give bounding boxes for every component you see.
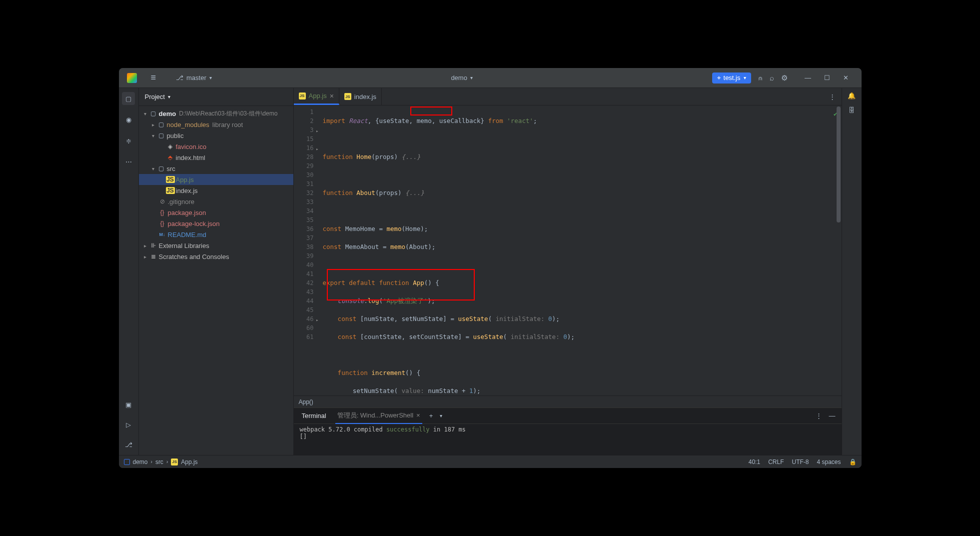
tab-indexjs[interactable]: JS index.js xyxy=(339,88,382,105)
highlight-box xyxy=(410,106,452,116)
structure-tool-icon[interactable]: ≑ xyxy=(122,134,135,147)
tree-label: favicon.ico xyxy=(176,143,206,150)
js-icon: JS xyxy=(166,176,175,183)
json-icon: {} xyxy=(158,220,167,227)
hamburger-icon[interactable]: ≡ xyxy=(151,72,156,83)
tree-node-src[interactable]: ▾ ▢ src xyxy=(139,163,293,174)
minimize-button[interactable]: — xyxy=(801,70,816,86)
tree-node-public[interactable]: ▾ ▢ public xyxy=(139,130,293,141)
indent[interactable]: 4 spaces xyxy=(817,458,841,466)
chevron-down-icon[interactable]: ▾ xyxy=(440,413,442,418)
app-logo-icon xyxy=(127,73,137,83)
tree-scratches[interactable]: ▸ ≣ Scratches and Consoles xyxy=(139,251,293,262)
editor[interactable]: 123▸1516▸2829303132333435363738394041424… xyxy=(294,106,842,396)
vcs-tool-icon[interactable]: ⎇ xyxy=(122,438,135,451)
tree-label: demo xyxy=(159,110,176,118)
tree-label: package-lock.json xyxy=(168,220,220,228)
project-name: demo xyxy=(451,74,467,82)
favicon-icon: ◈ xyxy=(166,143,175,150)
crumb: src xyxy=(155,458,163,466)
scratch-icon: ≣ xyxy=(149,253,158,260)
sidebar-title[interactable]: Project ▾ xyxy=(139,88,293,106)
html-icon: ⬘ xyxy=(166,154,175,161)
tree-label: README.md xyxy=(168,231,206,238)
tree-label: index.js xyxy=(176,187,198,194)
tab-appjs[interactable]: JS App.js × xyxy=(294,88,339,105)
js-icon: JS xyxy=(344,93,351,100)
editor-scrollbar[interactable] xyxy=(836,106,842,396)
breadcrumbs[interactable]: demo› src› JS App.js xyxy=(124,458,198,466)
terminal-tab-label: 管理员: Wind...PowerShell xyxy=(337,411,413,420)
project-tool-icon[interactable]: ▢ xyxy=(122,92,135,105)
breadcrumb-label: App() xyxy=(299,398,313,406)
project-tree: ▾ ▢ demo D:\Web\React\03-组件\03-组件\demo ▸… xyxy=(139,106,293,455)
tree-hint: library root xyxy=(212,121,243,128)
terminal-tool-icon[interactable]: ▣ xyxy=(122,398,135,411)
code-area[interactable]: import React, {useState, memo, useCallba… xyxy=(319,106,842,396)
tree-label: index.html xyxy=(176,154,205,162)
tree-label: node_modules xyxy=(167,121,209,128)
gear-icon[interactable]: ⚙ xyxy=(781,74,788,82)
tree-file-indexhtml[interactable]: ⬘ index.html xyxy=(139,152,293,163)
close-icon[interactable]: × xyxy=(416,412,420,419)
ide-window: ≡ ⎇ master ▾ demo ▾ ⌖ test.js ▾ ⍝ ⌕ ⚙ — … xyxy=(119,68,862,468)
search-icon[interactable]: ⌕ xyxy=(770,74,774,82)
terminal-text: webpack 5.72.0 compiled xyxy=(300,426,386,433)
json-icon: {} xyxy=(158,209,167,216)
lock-icon[interactable]: 🔒 xyxy=(849,458,857,466)
tree-file-gitignore[interactable]: ⊘ .gitignore xyxy=(139,196,293,207)
terminal-output[interactable]: webpack 5.72.0 compiled successfully in … xyxy=(294,424,842,455)
line-gutter: 123▸1516▸2829303132333435363738394041424… xyxy=(294,106,319,396)
tree-file-readme[interactable]: M↓ README.md xyxy=(139,229,293,240)
editor-tabs: JS App.js × JS index.js ⋮ xyxy=(294,88,842,106)
cursor-position[interactable]: 40:1 xyxy=(749,458,760,466)
library-icon: ⊪ xyxy=(149,242,158,249)
terminal-tab[interactable]: Terminal xyxy=(300,409,328,422)
folder-icon: ▢ xyxy=(149,110,158,117)
terminal-more-icon[interactable]: ⋮ xyxy=(816,412,822,420)
tabs-more-icon[interactable]: ⋮ xyxy=(823,88,842,105)
notifications-icon[interactable]: 🔔 xyxy=(848,92,856,100)
tree-label: Scratches and Consoles xyxy=(159,253,229,260)
tree-root[interactable]: ▾ ▢ demo D:\Web\React\03-组件\03-组件\demo xyxy=(139,108,293,119)
database-icon[interactable]: 🗄 xyxy=(849,106,855,114)
chevron-down-icon: ▾ xyxy=(168,94,170,100)
terminal-text: in 187 ms xyxy=(430,426,466,433)
close-button[interactable]: ✕ xyxy=(839,70,854,86)
vcs-branch[interactable]: ⎇ master ▾ xyxy=(176,74,212,82)
maximize-button[interactable]: ☐ xyxy=(820,70,835,86)
js-icon: JS xyxy=(171,458,178,466)
terminal-text: successfully xyxy=(386,426,430,433)
run-config-label: test.js xyxy=(724,74,741,82)
tree-file-indexjs[interactable]: JS index.js xyxy=(139,185,293,196)
tree-path: D:\Web\React\03-组件\03-组件\demo xyxy=(179,110,277,118)
project-selector[interactable]: demo ▾ xyxy=(212,74,712,82)
tree-file-favicon[interactable]: ◈ favicon.ico xyxy=(139,141,293,152)
editor-breadcrumb[interactable]: App() xyxy=(294,396,842,408)
encoding[interactable]: UTF-8 xyxy=(792,458,809,466)
more-tools-icon[interactable]: ⋯ xyxy=(122,155,135,168)
terminal-session-tab[interactable]: 管理员: Wind...PowerShell× xyxy=(335,408,422,424)
tree-file-appjs[interactable]: JS App.js xyxy=(139,174,293,185)
close-icon[interactable]: × xyxy=(330,92,334,100)
terminal-tab-label: Terminal xyxy=(302,412,326,420)
tree-external-libs[interactable]: ▸ ⊪ External Libraries xyxy=(139,240,293,251)
line-separator[interactable]: CRLF xyxy=(768,458,784,466)
run-configuration[interactable]: ⌖ test.js ▾ xyxy=(712,72,751,84)
editor-main: JS App.js × JS index.js ⋮ 123▸1516▸28293… xyxy=(294,88,842,455)
commit-tool-icon[interactable]: ◉ xyxy=(122,113,135,126)
run-tool-icon[interactable]: ▷ xyxy=(122,418,135,431)
terminal-panel: Terminal 管理员: Wind...PowerShell× + ▾ ⋮ —… xyxy=(294,408,842,455)
status-bar: demo› src› JS App.js 40:1 CRLF UTF-8 4 s… xyxy=(119,455,862,468)
right-toolbar: 🔔 🗄 xyxy=(842,88,862,455)
tree-label: External Libraries xyxy=(159,242,209,250)
tree-label: public xyxy=(167,132,184,140)
tree-node-nodemodules[interactable]: ▸ ▢ node_modules library root xyxy=(139,119,293,130)
user-icon[interactable]: ⍝ xyxy=(758,74,763,82)
chevron-down-icon: ▾ xyxy=(150,133,157,138)
tree-file-packagejson[interactable]: {} package.json xyxy=(139,207,293,218)
tree-file-packagelock[interactable]: {} package-lock.json xyxy=(139,218,293,229)
add-terminal-icon[interactable]: + xyxy=(429,412,433,420)
minimize-panel-icon[interactable]: — xyxy=(829,412,836,420)
folder-icon: ▢ xyxy=(157,121,166,128)
